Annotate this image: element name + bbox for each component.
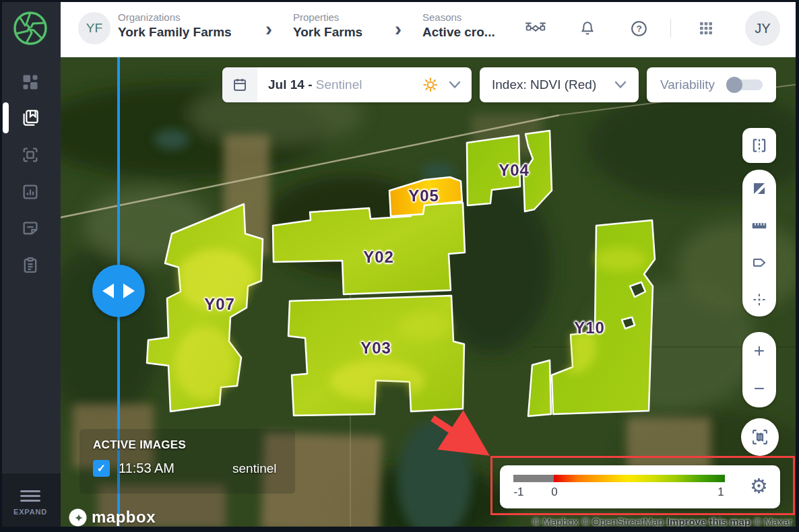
attribution-mapbox[interactable]: © Mapbox bbox=[532, 516, 579, 527]
top-header: YF Organizations York Family Farms › Pro… bbox=[61, 0, 799, 57]
fit-bounds-icon bbox=[750, 428, 769, 446]
map-canvas[interactable]: Y02 Y03 Y04 Y05 Y07 Y10 Jul 14 - Sentine… bbox=[61, 57, 799, 532]
legend-tick-min: -1 bbox=[513, 486, 523, 499]
date-picker[interactable]: Jul 14 - Sentinel bbox=[222, 67, 472, 102]
legend-tick-max: 1 bbox=[717, 486, 724, 499]
field-label[interactable]: Y10 bbox=[574, 319, 605, 337]
notes-icon bbox=[21, 220, 40, 238]
breadcrumb-section-label: Seasons bbox=[422, 11, 495, 23]
chevron-down-icon[interactable] bbox=[449, 81, 461, 89]
zoom-control-group: + − bbox=[742, 332, 776, 407]
variability-label: Variability bbox=[660, 77, 715, 92]
field-label[interactable]: Y03 bbox=[360, 339, 391, 358]
help-icon: ? bbox=[630, 20, 648, 38]
header-divider bbox=[670, 19, 671, 38]
map-tool-group bbox=[742, 170, 776, 317]
mapbox-logo[interactable]: mapbox bbox=[69, 508, 156, 527]
boundary-icon bbox=[21, 145, 40, 164]
breadcrumb-properties[interactable]: Properties York Farms bbox=[293, 11, 362, 40]
breadcrumb-chevron-icon: › bbox=[265, 19, 272, 39]
image-source-label: Sentinel bbox=[316, 77, 362, 92]
apps-grid-icon bbox=[698, 20, 714, 36]
breadcrumb-section-label: Properties bbox=[293, 11, 362, 23]
breadcrumb-value: York Farms bbox=[293, 25, 362, 40]
image-visibility-checkbox[interactable]: ✓ bbox=[93, 460, 110, 477]
breadcrumb-section-label: Organizations bbox=[118, 11, 232, 23]
notifications-button[interactable] bbox=[573, 15, 602, 42]
fit-bounds-button[interactable] bbox=[741, 418, 779, 456]
layer-compare-icon bbox=[751, 180, 767, 197]
breadcrumb-seasons[interactable]: Seasons Active cro... bbox=[422, 11, 495, 40]
zoom-out-button[interactable]: − bbox=[742, 371, 776, 406]
field-label[interactable]: Y04 bbox=[499, 161, 530, 180]
breadcrumb-value: York Family Farms bbox=[118, 25, 232, 40]
breadcrumb-chevron-icon: › bbox=[395, 19, 402, 39]
apps-grid-button[interactable] bbox=[691, 15, 721, 42]
sidebar-item-dashboard[interactable] bbox=[0, 66, 61, 98]
drone-icon bbox=[524, 21, 547, 36]
sidebar: EXPAND bbox=[0, 0, 61, 532]
variability-toggle[interactable] bbox=[728, 79, 763, 90]
expand-icon bbox=[20, 490, 40, 502]
sidebar-item-tasks[interactable] bbox=[0, 249, 61, 281]
field-label[interactable]: Y07 bbox=[204, 295, 235, 314]
user-avatar[interactable]: JY bbox=[745, 11, 780, 46]
zoom-in-button[interactable]: + bbox=[742, 333, 776, 368]
dashboard-icon bbox=[21, 73, 40, 92]
field-polygon-y10-lobe[interactable] bbox=[528, 360, 551, 416]
help-button[interactable]: ? bbox=[624, 15, 653, 42]
imagery-icon bbox=[20, 108, 40, 128]
tasks-icon bbox=[21, 256, 40, 275]
field-label[interactable]: Y02 bbox=[363, 248, 394, 267]
image-source-name: sentinel bbox=[232, 461, 277, 476]
legend-gradient-bar bbox=[513, 475, 725, 482]
sunny-weather-icon bbox=[422, 76, 439, 94]
attribution-osm[interactable]: © OpenStreetMap bbox=[582, 516, 664, 527]
sidebar-expand-button[interactable]: EXPAND bbox=[0, 473, 61, 532]
field-label[interactable]: Y05 bbox=[408, 187, 439, 205]
timeline-scrubber[interactable] bbox=[92, 265, 145, 317]
breadcrumb-organizations[interactable]: Organizations York Family Farms bbox=[118, 11, 232, 40]
layer-compare-button[interactable] bbox=[742, 174, 776, 203]
crosshair-icon bbox=[751, 292, 767, 308]
previous-image-icon[interactable] bbox=[102, 284, 114, 298]
label-tag-button[interactable] bbox=[742, 248, 776, 277]
chevron-down-icon bbox=[614, 81, 627, 89]
sidebar-item-analytics[interactable] bbox=[0, 176, 61, 208]
sidebar-item-notes[interactable] bbox=[0, 213, 61, 245]
toggle-knob bbox=[726, 77, 742, 93]
index-label: Index: NDVI (Red) bbox=[492, 77, 596, 92]
improve-map-link[interactable]: Improve this map bbox=[667, 516, 750, 527]
index-selector[interactable]: Index: NDVI (Red) bbox=[480, 67, 639, 102]
breadcrumb-value: Active cro... bbox=[422, 25, 495, 40]
analytics-icon bbox=[21, 182, 40, 201]
measure-button[interactable] bbox=[742, 211, 776, 240]
app-window: EXPAND YF Organizations York Family Farm… bbox=[0, 0, 799, 532]
bell-icon bbox=[579, 20, 596, 37]
mapbox-wordmark: mapbox bbox=[92, 508, 156, 527]
compare-split-icon bbox=[750, 137, 768, 154]
equipment-drone-button[interactable] bbox=[521, 15, 550, 42]
image-time-label: 11:53 AM bbox=[119, 461, 174, 476]
next-image-icon[interactable] bbox=[123, 284, 135, 298]
tag-icon bbox=[751, 255, 767, 271]
map-attribution: © Mapbox © OpenStreetMap Improve this ma… bbox=[532, 516, 792, 527]
calendar-icon[interactable] bbox=[222, 67, 257, 102]
active-images-title: ACTIVE IMAGES bbox=[93, 438, 186, 452]
sidebar-item-imagery[interactable] bbox=[0, 102, 61, 134]
expand-label: EXPAND bbox=[13, 508, 47, 516]
legend-settings-gear-icon[interactable]: ⚙ bbox=[750, 475, 768, 498]
date-label: Jul 14 - bbox=[268, 77, 312, 92]
attribution-maxar[interactable]: © Maxar bbox=[754, 516, 792, 527]
selected-date: Jul 14 - Sentinel bbox=[268, 77, 362, 92]
compare-split-button[interactable] bbox=[742, 128, 776, 163]
legend-tick-zero: 0 bbox=[551, 486, 557, 499]
sidebar-item-boundaries[interactable] bbox=[0, 139, 61, 171]
variability-control: Variability bbox=[647, 67, 776, 102]
app-logo-icon[interactable] bbox=[11, 9, 49, 47]
org-avatar[interactable]: YF bbox=[78, 12, 110, 44]
svg-text:?: ? bbox=[636, 24, 641, 34]
ndvi-legend: -1 0 1 ⚙ bbox=[500, 465, 780, 508]
center-location-button[interactable] bbox=[742, 285, 776, 314]
ruler-icon bbox=[750, 217, 768, 234]
